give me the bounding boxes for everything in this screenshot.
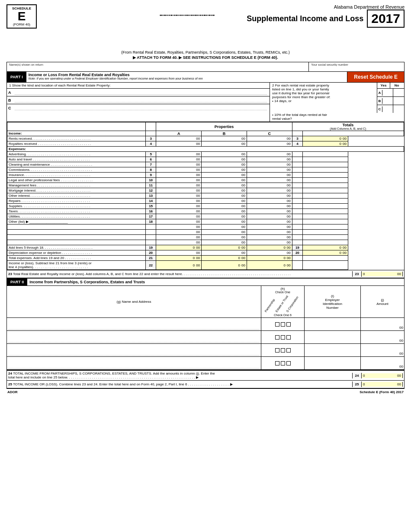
- ssn-input[interactable]: [311, 66, 402, 71]
- expense-row-10: Legal and other professional fees . . . …: [7, 178, 404, 183]
- supp-income-title: Supplemental Income and Loss: [247, 14, 363, 23]
- q2-top: 2 For each rental real estate property l…: [270, 83, 404, 113]
- prop-a-label: A: [8, 90, 13, 95]
- prop-a-dots: [15, 90, 267, 95]
- a-letter-cell: A: [377, 90, 382, 96]
- expense-row-12: Mortgage interest. . . . . . . . . . . .…: [7, 188, 404, 193]
- checkbox-2[interactable]: [286, 335, 291, 340]
- expense-row-9: Insurance. . . . . . . . . . . . . . . .…: [7, 173, 404, 178]
- page: SCHEDULE E (FORM 40) // Generate barcode…: [0, 0, 411, 400]
- checkbox-1[interactable]: [281, 335, 285, 340]
- checkbox-0[interactable]: [275, 322, 279, 327]
- prop-row-b: B: [7, 96, 270, 104]
- part2-data-rows: 00000000: [7, 318, 404, 370]
- b-letter-cell: B: [377, 98, 382, 104]
- part1-title-area: Income or Loss From Rental Real Estate a…: [26, 72, 347, 82]
- c-letter-cell: C: [377, 106, 382, 112]
- expense-row-11: Management fees . . . . . . . . . . . . …: [7, 183, 404, 188]
- c-yes-no: C: [377, 105, 404, 113]
- ssn-area: Your social security number: [309, 62, 404, 71]
- line25-row: 25 TOTAL INCOME OR (LOSS). Combine lines…: [7, 381, 404, 388]
- line23-num: 23: [352, 271, 362, 277]
- prop-row-c: C: [7, 104, 270, 112]
- expense-row-extra-16: 000000: [7, 235, 404, 240]
- name-field-label: Name(s) shown on return: [9, 63, 306, 66]
- checkbox-2[interactable]: [286, 348, 291, 353]
- expense-row-13: Other interest. . . . . . . . . . . . . …: [7, 193, 404, 199]
- subtitle1: (From Rental Real Estate, Royalties, Par…: [6, 50, 405, 54]
- part1-header: PART I Income or Loss From Rental Real E…: [7, 72, 404, 83]
- income-tbody: Rents received. . . . . . . . . . . . . …: [7, 136, 404, 270]
- special-row-21: Total expenses. Add lines 19 and 20 . . …: [7, 256, 404, 261]
- s-corp-label: S Corporation: [286, 296, 299, 313]
- part1-label: PART I: [7, 72, 26, 82]
- name-field-area: Name(s) shown on return: [7, 62, 309, 71]
- ssn-label: Your social security number: [311, 63, 402, 66]
- line22-row: Income or (loss). Subtract line 21 from …: [7, 261, 404, 270]
- expense-row-extra-17: 000000: [7, 240, 404, 245]
- col-h-header: (h) Check One S Corporation Estate or Tr…: [261, 286, 305, 317]
- checkbox-1[interactable]: [281, 348, 285, 353]
- form-ref: (FORM 40): [13, 22, 30, 26]
- b-no-cell: [393, 97, 404, 105]
- special-row-19: Add lines 5 through 18. . . . . . . . . …: [7, 245, 404, 250]
- line24-label: 24 TOTAL INCOME FROM PARTNERSHIPS, S COR…: [8, 372, 352, 379]
- checkbox-2[interactable]: [286, 322, 291, 327]
- prop-c-dots: [15, 106, 267, 110]
- expense-row-extra-14: 000000: [7, 224, 404, 230]
- expense-row-17: Utilities. . . . . . . . . . . . . . . .…: [7, 214, 404, 219]
- barcode-real: // Will generate via JS below: [6, 31, 405, 48]
- title-year-row: Supplemental Income and Loss 2017: [247, 10, 405, 28]
- barcode-svg: // Generate barcode pattern: [73, 4, 160, 26]
- col-c-header: C: [247, 131, 292, 136]
- expense-row-14: Repairs . . . . . . . . . . . . . . . . …: [7, 199, 404, 204]
- part1-note: Note: If you are operating under a Feder…: [29, 77, 345, 80]
- income-row-4: Royalties received . . . . . . . . . . .…: [7, 141, 404, 147]
- footer-left: ADOR: [7, 390, 18, 394]
- reset-button[interactable]: Reset Schedule E: [347, 72, 404, 82]
- totals-col-header: Totals (Add Columns A, B, and C): [292, 122, 404, 131]
- expense-row-6: Auto and travel . . . . . . . . . . . . …: [7, 157, 404, 162]
- checkbox-2[interactable]: [286, 361, 291, 365]
- prop-c-label: C: [8, 106, 13, 110]
- line23-row: 23 Total Real Estate and Royalty income …: [7, 270, 404, 279]
- part2-label: PART II: [7, 279, 27, 285]
- yes-no-labels: Yes No: [377, 83, 404, 89]
- part2-row-1: 00: [7, 331, 404, 344]
- income-header: Income:: [7, 131, 146, 136]
- expense-row-16: Taxes. . . . . . . . . . . . . . . . . .…: [7, 209, 404, 214]
- schedule-box: SCHEDULE E (FORM 40): [6, 4, 37, 29]
- line25-num: 25: [352, 381, 362, 387]
- c-no-cell: [393, 105, 404, 113]
- checkbox-0[interactable]: [275, 335, 279, 340]
- footer-right: Schedule E (Form 40) 2017: [360, 390, 404, 394]
- col-i-header: (i) Employer Identification Number: [305, 286, 361, 317]
- part2-title: Income from Partnerships, S Corporations…: [27, 279, 404, 285]
- no-header: No: [390, 83, 403, 88]
- name-input[interactable]: [9, 66, 306, 71]
- checkbox-0[interactable]: [275, 348, 279, 353]
- barcode-visual: // Will generate via JS below: [141, 31, 270, 48]
- line24-row: 24 TOTAL INCOME FROM PARTNERSHIPS, S COR…: [7, 370, 404, 381]
- barcode-display: ████ ██ ████ ██ █ ██ ███ █ ██ ███ ██ █ █…: [160, 6, 214, 24]
- header-right: Alabama Department of Revenue Supplement…: [247, 4, 405, 28]
- expense-row-18: Other (list) ▶ ____________________18000…: [7, 219, 404, 224]
- line23-label: 23 Total Real Estate and Royalty income …: [8, 272, 352, 276]
- col-a-header: A: [156, 131, 202, 136]
- q1-label: 1 Show the kind and location of each Ren…: [7, 83, 270, 89]
- income-row-3: Rents received. . . . . . . . . . . . . …: [7, 136, 404, 141]
- a-no-cell: [393, 89, 404, 96]
- prop-row-a: A: [7, 89, 270, 96]
- partnership-label: Partnership: [264, 298, 275, 313]
- prop-b-dots: [15, 98, 267, 103]
- q2-text: 2 For each rental real estate property l…: [270, 83, 377, 113]
- checkbox-1[interactable]: [281, 361, 285, 365]
- checkbox-1[interactable]: [281, 322, 285, 327]
- expense-row-15: Supplies. . . . . . . . . . . . . . . . …: [7, 204, 404, 209]
- a-yes-cell: [382, 89, 393, 96]
- line25-val: 0 00: [362, 382, 403, 387]
- year-label: 2017: [371, 11, 400, 26]
- a-yes-no: A: [377, 89, 404, 97]
- checkbox-0[interactable]: [275, 361, 279, 365]
- part2-row-3: 00: [7, 357, 404, 370]
